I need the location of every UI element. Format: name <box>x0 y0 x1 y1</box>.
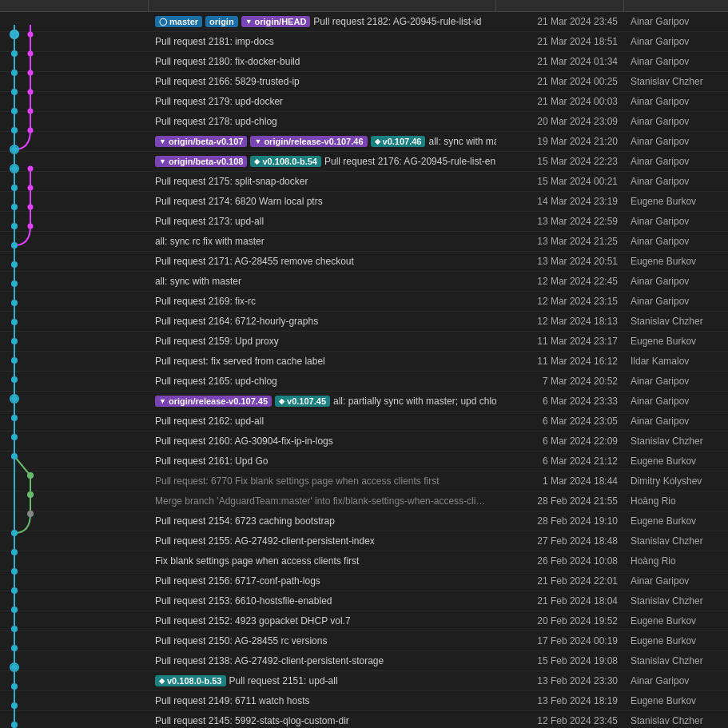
tag-icon: ▼ <box>159 137 166 145</box>
tag-origin[interactable]: origin <box>205 16 238 27</box>
table-row[interactable]: Pull request 2161: Upd Go6 Mar 2024 21:1… <box>0 452 728 471</box>
table-row[interactable]: Pull request 2145: 5992-stats-qlog-custo… <box>0 711 728 728</box>
author-col: Ildar Kamalov <box>624 353 728 369</box>
tag-master[interactable]: ◯master <box>155 16 202 27</box>
table-row[interactable]: Pull request 2179: upd-docker21 Mar 2024… <box>0 92 728 112</box>
author-col: Ainar Garipov <box>624 113 728 129</box>
author-col: Hoàng Rio <box>624 553 728 569</box>
tag-origin-beta-v0-108[interactable]: ▼origin/beta-v0.108 <box>155 156 247 167</box>
table-row[interactable]: Pull request 2169: fix-rc12 Mar 2024 23:… <box>0 292 728 312</box>
date-col: 26 Feb 2024 10:08 <box>496 553 624 569</box>
author-col: Ainar Garipov <box>624 34 728 50</box>
table-row[interactable]: Pull request 2152: 4923 gopacket DHCP vo… <box>0 611 728 631</box>
table-row[interactable]: Pull request 2153: 6610-hostsfile-enable… <box>0 591 728 611</box>
col-header-author <box>624 0 728 11</box>
table-row[interactable]: ▼origin/release-v0.107.45◆v0.107.45all: … <box>0 392 728 412</box>
tag-v0-108-0-b-53[interactable]: ◆v0.108.0-b.53 <box>155 675 226 686</box>
graph-col <box>0 511 149 531</box>
graph-col <box>0 272 149 291</box>
table-row[interactable]: Pull request 2181: imp-docs21 Mar 2024 1… <box>0 32 728 52</box>
table-row[interactable]: Pull request 2162: upd-all6 Mar 2024 23:… <box>0 412 728 432</box>
table-row[interactable]: Pull request 2159: Upd proxy11 Mar 2024 … <box>0 332 728 352</box>
graph-col <box>0 352 149 371</box>
commit-message: all: partially sync with master; upd chl… <box>333 396 496 407</box>
table-row[interactable]: ▼origin/beta-v0.107▼origin/release-v0.10… <box>0 132 728 152</box>
table-row[interactable]: Pull request 2138: AG-27492-client-persi… <box>0 651 728 671</box>
date-col: 13 Mar 2024 22:59 <box>496 213 624 229</box>
table-row[interactable]: Merge branch 'AdguardTeam:master' into f… <box>0 491 728 511</box>
commit-message: Fix blank settings page when access clie… <box>149 553 496 569</box>
table-row[interactable]: ◆v0.108.0-b.53Pull request 2151: upd-all… <box>0 671 728 691</box>
author-col: Ainar Garipov <box>624 233 728 249</box>
table-row[interactable]: Pull request 2173: upd-all13 Mar 2024 22… <box>0 212 728 232</box>
date-col: 17 Feb 2024 00:19 <box>496 633 624 649</box>
commit-message: Pull request 2169: fix-rc <box>149 293 496 309</box>
date-col: 15 Feb 2024 19:08 <box>496 653 624 669</box>
desc-col: ▼origin/release-v0.107.45◆v0.107.45all: … <box>149 393 496 409</box>
table-row[interactable]: Pull request 2150: AG-28455 rc versions1… <box>0 631 728 651</box>
table-row[interactable]: Fix blank settings page when access clie… <box>0 551 728 571</box>
commit-message: Pull request 2175: split-snap-docker <box>149 173 496 189</box>
author-col: Eugene Burkov <box>624 633 728 649</box>
table-body: ◯masterorigin▼origin/HEADPull request 21… <box>0 12 728 728</box>
table-row[interactable]: Pull request 2164: 6712-hourly-graphs12 … <box>0 312 728 332</box>
tag-origin-release-v0-107-46[interactable]: ▼origin/release-v0.107.46 <box>250 136 367 147</box>
commit-message: Pull request 2154: 6723 caching bootstra… <box>149 513 496 529</box>
tag-v0-108-0-b-54[interactable]: ◆v0.108.0-b.54 <box>250 156 321 167</box>
table-row[interactable]: Pull request: 6770 Fix blank settings pa… <box>0 471 728 491</box>
tag-origin-HEAD[interactable]: ▼origin/HEAD <box>241 16 311 27</box>
tag-origin-release-v0-107-45[interactable]: ▼origin/release-v0.107.45 <box>155 396 272 407</box>
desc-tags: ◯masterorigin▼origin/HEADPull request 21… <box>155 16 490 27</box>
table-row[interactable]: Pull request 2166: 5829-trusted-ip21 Mar… <box>0 72 728 92</box>
table-row[interactable]: Pull request 2178: upd-chlog20 Mar 2024 … <box>0 112 728 132</box>
author-col: Stanislav Chzher <box>624 533 728 549</box>
table-row[interactable]: all: sync rc fix with master13 Mar 2024 … <box>0 232 728 252</box>
commit-message: all: sync rc fix with master <box>149 233 496 249</box>
table-row[interactable]: Pull request 2174: 6820 Warn local ptrs1… <box>0 192 728 212</box>
commit-message: Pull request 2165: upd-chlog <box>149 373 496 389</box>
author-col: Ainar Garipov <box>624 273 728 289</box>
commit-message: Pull request 2171: AG-28455 remove check… <box>149 253 496 269</box>
table-row[interactable]: Pull request 2165: upd-chlog7 Mar 2024 2… <box>0 372 728 392</box>
graph-col <box>0 212 149 231</box>
table-row[interactable]: Pull request 2171: AG-28455 remove check… <box>0 252 728 272</box>
table-row[interactable]: Pull request: fix served from cache labe… <box>0 352 728 372</box>
table-row[interactable]: Pull request 2156: 6717-conf-path-logs21… <box>0 571 728 591</box>
table-row[interactable]: Pull request 2175: split-snap-docker15 M… <box>0 172 728 192</box>
graph-col <box>0 412 149 431</box>
tag-label: origin/beta-v0.107 <box>169 137 244 146</box>
tag-v0-107-46[interactable]: ◆v0.107.46 <box>371 136 426 147</box>
tag-origin-beta-v0-107[interactable]: ▼origin/beta-v0.107 <box>155 136 247 147</box>
tag-v0-107-45[interactable]: ◆v0.107.45 <box>275 396 330 407</box>
date-col: 11 Mar 2024 16:12 <box>496 353 624 369</box>
author-col: Eugene Burkov <box>624 613 728 629</box>
table-row[interactable]: Pull request 2149: 6711 watch hosts13 Fe… <box>0 691 728 711</box>
table-row[interactable]: ◯masterorigin▼origin/HEADPull request 21… <box>0 12 728 32</box>
date-col: 15 Mar 2024 00:21 <box>496 173 624 189</box>
tag-icon: ▼ <box>245 18 253 26</box>
author-col: Hoàng Rio <box>624 493 728 509</box>
table-row[interactable]: Pull request 2180: fix-docker-build21 Ma… <box>0 52 728 72</box>
commit-message: Pull request 2150: AG-28455 rc versions <box>149 633 496 649</box>
date-col: 6 Mar 2024 21:12 <box>496 453 624 469</box>
graph-col <box>0 452 149 471</box>
date-col: 21 Mar 2024 23:45 <box>496 14 624 30</box>
graph-col <box>0 332 149 351</box>
table-row[interactable]: Pull request 2154: 6723 caching bootstra… <box>0 511 728 531</box>
date-col: 21 Mar 2024 00:25 <box>496 74 624 90</box>
tag-label: origin/HEAD <box>255 17 307 26</box>
date-col: 7 Mar 2024 20:52 <box>496 373 624 389</box>
author-col: Ainar Garipov <box>624 93 728 109</box>
commit-message: Pull request 2179: upd-docker <box>149 93 496 109</box>
table-row[interactable]: Pull request 2155: AG-27492-client-persi… <box>0 531 728 551</box>
author-col: Eugene Burkov <box>624 253 728 269</box>
table-row[interactable]: Pull request 2160: AG-30904-fix-ip-in-lo… <box>0 432 728 452</box>
table-row[interactable]: all: sync with master12 Mar 2024 22:45Ai… <box>0 272 728 292</box>
author-col: Ainar Garipov <box>624 293 728 309</box>
table-header <box>0 0 728 12</box>
table-row[interactable]: ▼origin/beta-v0.108◆v0.108.0-b.54Pull re… <box>0 152 728 172</box>
author-col: Eugene Burkov <box>624 513 728 529</box>
commit-message: Pull request 2174: 6820 Warn local ptrs <box>149 193 496 209</box>
graph-col <box>0 172 149 191</box>
commit-message: Pull request 2160: AG-30904-fix-ip-in-lo… <box>149 433 496 449</box>
